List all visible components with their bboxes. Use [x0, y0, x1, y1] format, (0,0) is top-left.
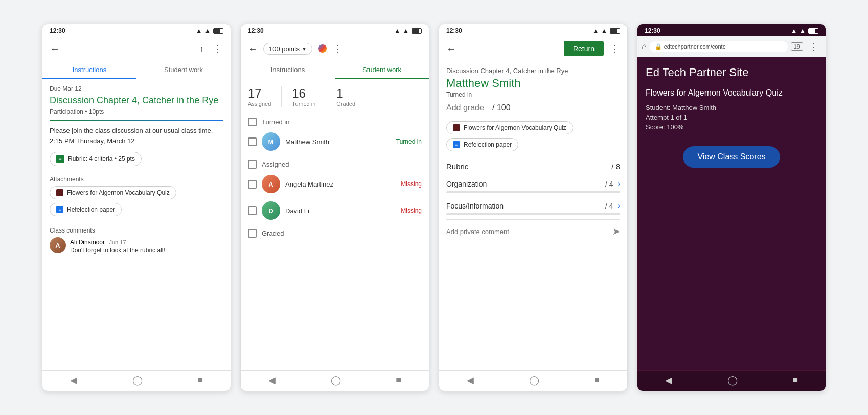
nav-bar-2: ◀ ◯ ■ — [241, 370, 429, 391]
time-3: 12:30 — [446, 27, 462, 34]
add-comment-row-3: ➤ — [446, 219, 620, 239]
stats-row-2: 17 Assigned 16 Turned in 1 Graded — [241, 79, 429, 112]
phone-screen-3: 12:30 ▲ ▲ ← Return ⋮ Discussion Chapter … — [439, 24, 628, 391]
section-checkbox-assigned[interactable] — [248, 160, 257, 169]
nav-bar-1: ◀ ◯ ■ — [42, 370, 231, 391]
status-icons-2: ▲ ▲ — [394, 27, 422, 34]
nav-back-icon-2[interactable]: ◀ — [268, 375, 276, 386]
more-button-2[interactable]: ⋮ — [330, 41, 345, 56]
stat-graded-num: 1 — [336, 86, 343, 101]
stat-assigned-label: Assigned — [248, 101, 271, 107]
nav-back-icon-1[interactable]: ◀ — [70, 375, 77, 386]
grade-total-3: / 100 — [492, 103, 511, 112]
section-checkbox-graded[interactable] — [248, 229, 257, 238]
david-avatar: D — [262, 201, 280, 220]
attachment-doc-1[interactable]: ≡ Refelection paper — [50, 203, 122, 216]
tab-instructions-2[interactable]: Instructions — [241, 61, 335, 79]
attachment-doc-label-3: Refelection paper — [464, 141, 512, 148]
nav-bar-4: ◀ ◯ ■ — [637, 370, 826, 391]
nav-bar-3: ◀ ◯ ■ — [439, 370, 627, 391]
nav-back-icon-4[interactable]: ◀ — [665, 375, 672, 386]
back-button-2[interactable]: ← — [246, 41, 260, 57]
angela-checkbox[interactable] — [248, 180, 257, 189]
wifi-icon-1: ▲ — [196, 27, 202, 34]
angela-avatar: A — [262, 175, 280, 193]
student-david[interactable]: D David Li Missing — [241, 197, 429, 224]
time-1: 12:30 — [50, 27, 65, 34]
tab-studentwork-2[interactable]: Student work — [335, 61, 429, 79]
add-comment-input-3[interactable] — [446, 228, 608, 236]
nav-home-icon-1[interactable]: ◯ — [132, 375, 143, 386]
drive-icon-2[interactable] — [318, 44, 327, 53]
quiz-icon-3 — [453, 124, 460, 131]
due-date: Due Mar 12 — [50, 85, 223, 93]
time-4: 12:30 — [645, 27, 660, 34]
class-comments-label-1: Class comments — [50, 227, 223, 234]
nav-home-icon-4[interactable]: ◯ — [727, 375, 738, 386]
grade-input-3[interactable] — [446, 103, 492, 112]
commenter-name-1: Ali Dinsmoor — [70, 239, 105, 246]
battery-icon-2 — [412, 28, 422, 34]
nav-recents-icon-1[interactable]: ■ — [197, 375, 203, 386]
section-assigned-header: Assigned — [241, 155, 429, 171]
nav-recents-icon-4[interactable]: ■ — [792, 375, 798, 386]
battery-icon-3 — [610, 28, 620, 34]
screen1-content: Due Mar 12 Discussion Chapter 4, Catcher… — [42, 79, 231, 370]
back-button-1[interactable]: ← — [48, 41, 62, 57]
more-button-1[interactable]: ⋮ — [210, 41, 225, 56]
points-chip-2[interactable]: 100 points ▼ — [263, 43, 312, 55]
attachment-quiz-3[interactable]: Flowers for Algernon Vocabulary Quiz — [446, 121, 573, 134]
rubric-chip-1[interactable]: ≡ Rubric: 4 criteria • 25 pts — [50, 152, 142, 166]
rubric-item-organization-score: / 4 — [605, 180, 613, 188]
share-button-1[interactable]: ↑ — [196, 41, 207, 56]
rubric-progress-organization — [446, 191, 620, 193]
browser-more-4[interactable]: ⋮ — [806, 39, 821, 54]
nav-recents-icon-3[interactable]: ■ — [594, 375, 600, 386]
attachment-quiz-label-3: Flowers for Algernon Vocabulary Quiz — [464, 124, 566, 131]
description-1: Please join the class discussion at our … — [50, 126, 223, 146]
matthew-name: Matthew Smith — [285, 138, 391, 146]
student-matthew[interactable]: M Matthew Smith Turned in — [241, 128, 429, 155]
tabs-1: Instructions Student work — [42, 61, 231, 79]
browser-url-text-4: edtechpartner.com/conte — [664, 43, 726, 50]
matthew-checkbox[interactable] — [248, 137, 257, 146]
nav-recents-icon-2[interactable]: ■ — [396, 375, 401, 386]
rubric-chip-label-1: Rubric: 4 criteria • 25 pts — [68, 155, 135, 163]
stat-turnedin-label: Turned in — [292, 101, 315, 107]
student-angela[interactable]: A Angela Martinez Missing — [241, 171, 429, 197]
tab-studentwork-1[interactable]: Student work — [136, 61, 231, 79]
david-name: David Li — [285, 207, 396, 215]
david-checkbox[interactable] — [248, 206, 257, 215]
rubric-item-organization[interactable]: Organization / 4 › — [446, 174, 620, 191]
screen3-assignment-title: Discussion Chapter 4, Catcher in the Rye — [446, 67, 620, 75]
student-list-2: Turned in M Matthew Smith Turned in Assi… — [241, 112, 429, 370]
nav-home-icon-3[interactable]: ◯ — [529, 375, 539, 386]
commenter-avatar-1: A — [50, 237, 66, 253]
rubric-item-organization-right: / 4 › — [605, 179, 620, 189]
matthew-status: Turned in — [396, 138, 422, 145]
browser-tab-count-4[interactable]: 19 — [791, 42, 803, 51]
browser-url-box-4[interactable]: 🔒 edtechpartner.com/conte — [650, 41, 788, 52]
tab-instructions-1[interactable]: Instructions — [42, 61, 136, 79]
screen3-content: Discussion Chapter 4, Catcher in the Rye… — [439, 61, 627, 370]
nav-back-icon-3[interactable]: ◀ — [467, 375, 474, 386]
more-button-3[interactable]: ⋮ — [607, 41, 622, 56]
david-status: Missing — [401, 207, 422, 214]
nav-home-icon-2[interactable]: ◯ — [331, 375, 341, 386]
view-class-scores-button-4[interactable]: View Class Scores — [683, 146, 780, 168]
return-button-3[interactable]: Return — [564, 41, 604, 56]
browser-home-icon-4[interactable]: ⌂ — [642, 42, 647, 51]
rubric-item-focus[interactable]: Focus/Information / 4 › — [446, 196, 620, 213]
angela-name: Angela Martinez — [285, 180, 396, 188]
back-button-3[interactable]: ← — [444, 41, 459, 57]
section-assigned-label: Assigned — [262, 160, 289, 168]
attachment-quiz-1[interactable]: Flowers for Algernon Vocabulary Quiz — [50, 186, 176, 199]
tabs-2: Instructions Student work — [241, 61, 429, 79]
section-checkbox-turnedin[interactable] — [248, 118, 257, 126]
chevron-right-focus: › — [618, 201, 620, 211]
status-icons-3: ▲ ▲ — [592, 27, 620, 34]
green-divider-1 — [50, 120, 223, 121]
edtech-attempt-4: Attempt 1 of 1 — [646, 113, 817, 121]
send-icon-3[interactable]: ➤ — [612, 226, 620, 237]
attachment-doc-3[interactable]: ≡ Refelection paper — [446, 138, 518, 151]
